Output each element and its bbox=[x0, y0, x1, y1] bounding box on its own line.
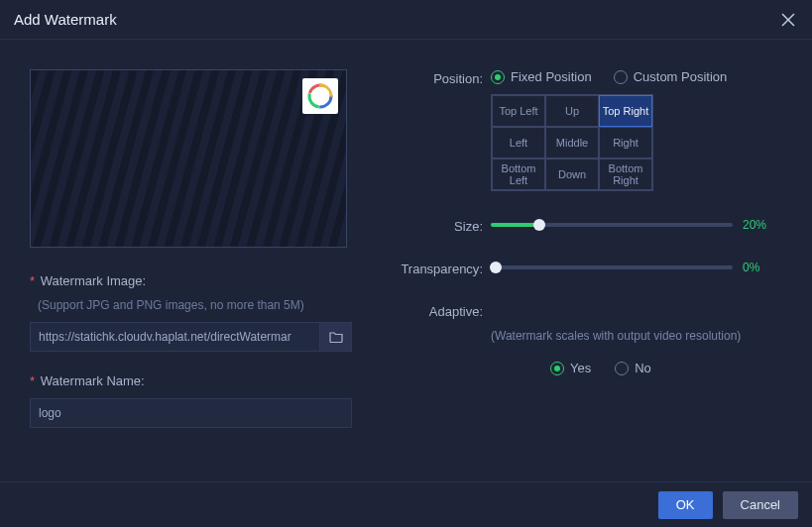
browse-button[interactable] bbox=[320, 322, 352, 352]
transparency-row: Transparency: 0% bbox=[392, 260, 782, 276]
transparency-slider[interactable] bbox=[491, 260, 733, 275]
position-cell[interactable]: Down bbox=[545, 158, 599, 190]
required-marker: * bbox=[30, 273, 35, 288]
svg-point-3 bbox=[307, 83, 332, 108]
watermark-name-label: * Watermark Name: bbox=[30, 373, 352, 388]
radio-dot-icon bbox=[491, 70, 505, 84]
close-button[interactable] bbox=[778, 10, 798, 30]
watermark-image-label: * Watermark Image: bbox=[30, 273, 352, 288]
size-slider[interactable] bbox=[491, 217, 733, 233]
radio-adaptive-no[interactable]: No bbox=[615, 361, 651, 375]
cancel-button[interactable]: Cancel bbox=[723, 491, 798, 519]
position-grid: Top LeftUpTop RightLeftMiddleRightBottom… bbox=[491, 94, 653, 191]
adaptive-hint: (Watermark scales with output video reso… bbox=[491, 329, 782, 343]
titlebar: Add Watermark bbox=[0, 0, 812, 40]
logo-icon bbox=[306, 82, 334, 110]
position-cell[interactable]: Left bbox=[492, 127, 545, 158]
size-label: Size: bbox=[392, 217, 491, 234]
radio-dot-icon bbox=[615, 362, 629, 375]
position-cell[interactable]: Bottom Right bbox=[599, 158, 652, 190]
position-cell[interactable]: Top Right bbox=[599, 95, 652, 127]
position-cell[interactable]: Right bbox=[599, 127, 652, 158]
watermark-preview bbox=[30, 69, 347, 248]
radio-dot-icon bbox=[550, 362, 564, 375]
radio-fixed-label: Fixed Position bbox=[511, 69, 592, 84]
watermark-name-input[interactable] bbox=[30, 398, 352, 428]
adaptive-label: Adaptive: bbox=[392, 302, 491, 319]
folder-icon bbox=[329, 331, 343, 343]
position-cell[interactable]: Bottom Left bbox=[492, 158, 545, 190]
watermark-image-hint: (Support JPG and PNG images, no more tha… bbox=[30, 298, 352, 312]
radio-fixed-position[interactable]: Fixed Position bbox=[491, 69, 592, 84]
close-icon bbox=[781, 13, 795, 27]
position-cell[interactable]: Top Left bbox=[492, 95, 545, 127]
ok-button[interactable]: OK bbox=[658, 491, 713, 519]
position-cell[interactable]: Middle bbox=[545, 127, 599, 158]
watermark-image-input[interactable] bbox=[30, 322, 320, 352]
radio-yes-label: Yes bbox=[570, 361, 591, 375]
transparency-value: 0% bbox=[743, 261, 782, 274]
radio-no-label: No bbox=[635, 361, 651, 375]
size-row: Size: 20% bbox=[392, 217, 782, 234]
dialog-title: Add Watermark bbox=[14, 11, 117, 28]
dialog-footer: OK Cancel bbox=[0, 481, 812, 527]
position-row: Position: Fixed Position Custom Position… bbox=[392, 69, 782, 191]
adaptive-row: Adaptive: bbox=[392, 302, 782, 319]
transparency-label: Transparency: bbox=[392, 260, 491, 276]
position-label: Position: bbox=[392, 69, 491, 86]
radio-custom-position[interactable]: Custom Position bbox=[614, 69, 728, 84]
radio-adaptive-yes[interactable]: Yes bbox=[550, 361, 591, 375]
required-marker: * bbox=[30, 373, 35, 388]
watermark-thumbnail bbox=[302, 78, 338, 114]
position-cell[interactable]: Up bbox=[545, 95, 599, 127]
size-value: 20% bbox=[743, 218, 782, 232]
radio-custom-label: Custom Position bbox=[634, 69, 728, 84]
radio-dot-icon bbox=[614, 70, 628, 84]
